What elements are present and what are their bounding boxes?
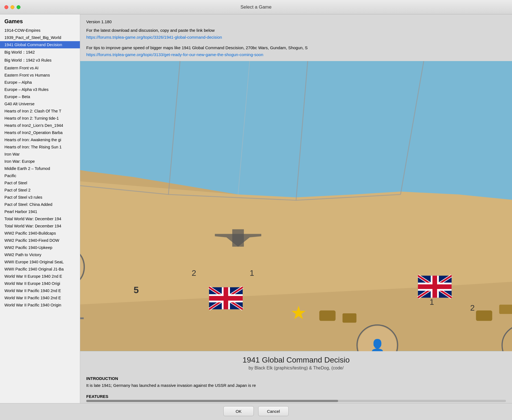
- list-item[interactable]: World War II Europe 1940 Origi: [0, 280, 80, 287]
- titlebar: Select a Game: [0, 0, 512, 14]
- scrollbar-thumb[interactable]: [86, 400, 338, 402]
- list-item[interactable]: Total World War: December 194: [0, 222, 80, 230]
- list-item[interactable]: Hearts of Iron 2: Clash Of The T: [0, 107, 80, 115]
- list-item[interactable]: Pact of Steel: China Added: [0, 201, 80, 208]
- list-item[interactable]: World War II Europe 1940 2nd E: [0, 273, 80, 280]
- tips-link[interactable]: https://forums.triplea-game.org/topic/31…: [86, 52, 263, 57]
- list-item[interactable]: World War II Pacific 1940 2nd E: [0, 287, 80, 294]
- list-item[interactable]: Europe – Beta: [0, 93, 80, 100]
- bottom-section: 1941 Global Command Decisio by Black Elk…: [80, 351, 512, 403]
- list-item[interactable]: Hearts of Iron: Awakening the gi: [0, 136, 80, 143]
- list-item[interactable]: WW2 Pacific 1940-Fixed DOW: [0, 237, 80, 244]
- list-item[interactable]: WW2 Pacific 1940-Upkeep: [0, 244, 80, 251]
- download-text: For the latest download and discussion, …: [86, 27, 506, 33]
- intro-heading: INTRODUCTION: [86, 376, 506, 381]
- list-item[interactable]: Pact of Steel: [0, 179, 80, 187]
- tips-text: For tips to improve game speed of bigger…: [86, 45, 506, 51]
- list-item[interactable]: Pearl Harbor 1941: [0, 208, 80, 215]
- list-item[interactable]: WW2 Pacific 1940-Buildcaps: [0, 230, 80, 237]
- game-credit: by Black Elk (graphics/testing) & TheDog…: [86, 366, 506, 371]
- list-item[interactable]: WWII Pacific 1940 Original J1-Ba: [0, 266, 80, 273]
- list-item[interactable]: 1939_Pact_of_Steel_Big_World: [0, 34, 80, 41]
- list-item[interactable]: WWII Europe 1940 Original SeaL: [0, 258, 80, 266]
- svg-rect-58: [319, 311, 336, 321]
- game-intro-section: INTRODUCTION It is late 1941; Germany ha…: [80, 376, 512, 391]
- scrollbar-track[interactable]: [86, 400, 506, 402]
- list-item[interactable]: Europe – Alpha: [0, 79, 80, 86]
- ok-button[interactable]: OK: [223, 406, 254, 416]
- svg-text:1: 1: [430, 297, 434, 306]
- minimize-button[interactable]: [11, 5, 14, 9]
- list-item[interactable]: Middle Earth 2 – Tofumod: [0, 165, 80, 172]
- main-content: Games 1914-COW-Empires1939_Pact_of_Steel…: [0, 14, 512, 403]
- maximize-button[interactable]: [17, 5, 20, 9]
- svg-rect-59: [343, 313, 356, 323]
- list-item[interactable]: Eastern Front vs AI: [0, 64, 80, 72]
- list-item[interactable]: World War II Pacific 1940 Origin: [0, 301, 80, 309]
- scrollbar-area[interactable]: [80, 399, 512, 403]
- list-item[interactable]: Europe – Alpha v3 Rules: [0, 86, 80, 93]
- svg-rect-27: [209, 296, 243, 301]
- detail-panel: Version 1.180 For the latest download an…: [80, 14, 512, 403]
- svg-rect-63: [232, 229, 244, 247]
- list-item[interactable]: Eastern Front vs Humans: [0, 72, 80, 79]
- list-item[interactable]: Total World War: December 194: [0, 215, 80, 222]
- svg-rect-60: [476, 311, 492, 321]
- list-item[interactable]: Pact of Steel v3 rules: [0, 194, 80, 201]
- star-marker: ★: [290, 302, 307, 323]
- detail-info: Version 1.180 For the latest download an…: [80, 14, 512, 61]
- list-item[interactable]: Hearts of Iron2_Operation Barba: [0, 129, 80, 136]
- list-item[interactable]: Big World：1942: [0, 48, 80, 56]
- list-item[interactable]: World War II Pacific 1940 2nd E: [0, 294, 80, 301]
- game-title-section: 1941 Global Command Decisio by Black Elk…: [80, 351, 512, 376]
- list-item[interactable]: Hearts of Iron 2: Turning tide-1: [0, 115, 80, 122]
- list-item[interactable]: Hearts of Iron2_Lion's Den_1944: [0, 122, 80, 129]
- svg-text:2: 2: [192, 268, 196, 277]
- list-item[interactable]: 1914-COW-Empires: [0, 27, 80, 34]
- svg-rect-61: [499, 305, 512, 314]
- traffic-lights: [4, 5, 20, 9]
- sidebar-header: Games: [0, 14, 80, 27]
- game-main-title: 1941 Global Command Decisio: [86, 356, 506, 364]
- close-button[interactable]: [4, 5, 8, 9]
- svg-text:👤: 👤: [370, 338, 385, 351]
- svg-rect-57: [80, 317, 84, 319]
- list-item[interactable]: Iron War: Europe: [0, 158, 80, 165]
- list-item[interactable]: Pact of Steel 2: [0, 187, 80, 194]
- game-list[interactable]: 1914-COW-Empires1939_Pact_of_Steel_Big_W…: [0, 27, 80, 403]
- map-svg: ★ 👤 👤 👤 5 5 2 1 2 2: [80, 61, 512, 351]
- list-item[interactable]: Big World：1942 v3 Rules: [0, 56, 80, 64]
- list-item[interactable]: 1941 Global Command Decision: [0, 41, 80, 48]
- window-title: Select a Game: [241, 4, 271, 10]
- list-item[interactable]: WW2 Path to Victory: [0, 251, 80, 258]
- svg-rect-36: [418, 284, 452, 289]
- features-heading: FEATURES: [80, 394, 512, 399]
- cancel-button[interactable]: Cancel: [258, 406, 289, 416]
- download-link[interactable]: https://forums.triplea-game.org/topic/33…: [86, 35, 222, 40]
- svg-text:5: 5: [134, 285, 139, 295]
- map-container: ★ 👤 👤 👤 5 5 2 1 2 2: [80, 61, 512, 351]
- sidebar: Games 1914-COW-Empires1939_Pact_of_Steel…: [0, 14, 80, 403]
- list-item[interactable]: G40 Alt Universe: [0, 100, 80, 107]
- list-item[interactable]: Hearts of Iron: The Rising Sun 1: [0, 143, 80, 151]
- svg-text:1: 1: [250, 268, 254, 277]
- svg-text:2: 2: [470, 303, 475, 312]
- footer: OK Cancel: [0, 403, 512, 420]
- version-text: Version 1.180: [86, 19, 506, 24]
- list-item[interactable]: Pacific: [0, 172, 80, 179]
- intro-text: It is late 1941; Germany has launched a …: [86, 382, 506, 389]
- list-item[interactable]: Iron War: [0, 151, 80, 158]
